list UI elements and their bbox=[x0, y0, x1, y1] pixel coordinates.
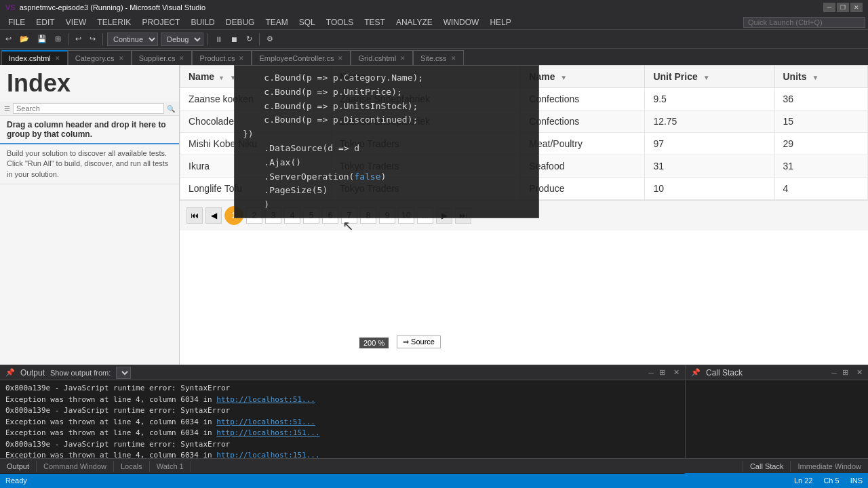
tab-product-cs[interactable]: Product.cs ✕ bbox=[192, 50, 252, 65]
tab-close-icon[interactable]: ✕ bbox=[119, 55, 124, 62]
tab-grid-cshtml[interactable]: Grid.cshtml ✕ bbox=[351, 50, 413, 65]
output-pin-btn[interactable]: ─ bbox=[648, 369, 654, 377]
toolbar-restart[interactable]: ↻ bbox=[243, 33, 255, 45]
menu-build[interactable]: BUILD bbox=[185, 16, 220, 28]
filter-icon-5[interactable]: ▼ bbox=[812, 74, 818, 81]
source-button[interactable]: ⇒ Source bbox=[397, 336, 441, 348]
output-line-1: 0x800a139e - JavaScript runtime error: S… bbox=[5, 383, 679, 394]
output-float-btn[interactable]: ⊞ bbox=[659, 368, 665, 377]
cell-category: Meat/Poultry bbox=[521, 133, 645, 155]
bottom-tab-watch1[interactable]: Watch 1 bbox=[150, 461, 191, 472]
output-panel-header: 📌 Output Show output from: ─ ⊞ ✕ bbox=[0, 365, 685, 380]
tab-supplier-cs[interactable]: Supplier.cs ✕ bbox=[132, 50, 193, 65]
toolbar-separator-4 bbox=[259, 33, 260, 45]
tab-close-icon[interactable]: ✕ bbox=[451, 55, 456, 62]
output-link-1[interactable]: http://localhost:51... bbox=[216, 395, 315, 404]
window-controls: ─ ❐ ✕ bbox=[823, 3, 863, 12]
menu-view[interactable]: VIEW bbox=[60, 16, 92, 28]
menu-edit[interactable]: EDIT bbox=[31, 16, 60, 28]
toolbar-pause[interactable]: ⏸ bbox=[212, 34, 225, 45]
menu-project[interactable]: PROJECT bbox=[136, 16, 185, 28]
callstack-pin-icon[interactable]: 📌 bbox=[691, 368, 701, 377]
menu-help[interactable]: HELP bbox=[484, 16, 516, 28]
toolbar-redo[interactable]: ↪ bbox=[87, 33, 98, 45]
toolbar: ↩ 📂 💾 ⊞ ↩ ↪ Continue Debug ⏸ ⏹ ↻ ⚙ bbox=[0, 30, 868, 49]
bottom-tab-commandwindow[interactable]: Command Window bbox=[37, 461, 114, 472]
output-pin-icon[interactable]: 📌 bbox=[5, 368, 15, 377]
search-submit-icon[interactable]: 🔍 bbox=[167, 105, 175, 113]
sort-arrow-icon: ▼ bbox=[218, 75, 224, 81]
menu-sql[interactable]: SQL bbox=[294, 16, 321, 28]
callstack-panel: 📌 Call Stack ─ ⊞ ✕ bbox=[685, 365, 868, 473]
toolbar-debug-dropdown[interactable]: Debug bbox=[161, 33, 203, 46]
pagination-prev[interactable]: ◀ bbox=[205, 207, 222, 224]
tab-label: Supplier.cs bbox=[139, 54, 176, 62]
col-header-name3[interactable]: Name ▼ bbox=[521, 66, 645, 88]
cell-unitprice: 31 bbox=[645, 155, 774, 178]
menu-telerik[interactable]: TELERIK bbox=[92, 16, 136, 28]
tab-label: Site.css bbox=[420, 54, 447, 62]
restore-button[interactable]: ❐ bbox=[837, 3, 849, 12]
toolbar-misc[interactable]: ⚙ bbox=[264, 33, 276, 45]
bottom-tab-callstack[interactable]: Call Stack bbox=[743, 461, 791, 472]
callstack-float-btn[interactable]: ⊞ bbox=[842, 368, 848, 377]
toolbar-separator-2 bbox=[102, 33, 103, 45]
menu-tools[interactable]: TOOLS bbox=[321, 16, 359, 28]
search-icon: ☰ bbox=[4, 105, 10, 113]
tab-index-cshtml[interactable]: Index.cshtml ✕ bbox=[1, 50, 68, 65]
toolbar-undo[interactable]: ↩ bbox=[73, 33, 84, 45]
output-line-3: 0x800a139e - JavaScript runtime error: S… bbox=[5, 405, 679, 417]
code-line-9: .PageSize(5) bbox=[243, 184, 530, 198]
tab-site-css[interactable]: Site.css ✕ bbox=[413, 50, 464, 65]
filter-icon-3[interactable]: ▼ bbox=[560, 74, 567, 81]
output-close-btn[interactable]: ✕ bbox=[673, 368, 679, 377]
code-line-3: c.Bound(p => p.UnitsInStock); bbox=[243, 100, 530, 114]
menu-debug[interactable]: DEBUG bbox=[220, 16, 260, 28]
cell-units: 15 bbox=[774, 110, 868, 133]
tab-close-icon[interactable]: ✕ bbox=[239, 55, 244, 62]
code-overlay: c.Bound(p => p.Category.Name); c.Bound(p… bbox=[234, 65, 539, 218]
menu-test[interactable]: TEST bbox=[359, 16, 391, 28]
close-button[interactable]: ✕ bbox=[850, 3, 863, 12]
filter-icon-4[interactable]: ▼ bbox=[703, 74, 710, 81]
output-line-5: Exception was thrown at line 4, column 6… bbox=[5, 428, 679, 439]
menu-team[interactable]: TEAM bbox=[260, 16, 293, 28]
tab-close-icon[interactable]: ✕ bbox=[338, 55, 343, 62]
col-header-units[interactable]: Units ▼ bbox=[774, 66, 868, 88]
tab-close-icon[interactable]: ✕ bbox=[400, 55, 406, 62]
cell-category: Produce bbox=[521, 178, 645, 200]
tab-close-icon[interactable]: ✕ bbox=[179, 55, 184, 62]
tab-employeecontroller-cs[interactable]: EmployeeController.cs ✕ bbox=[252, 50, 351, 65]
bottom-tab-immediatewindow[interactable]: Immediate Window bbox=[790, 461, 868, 472]
callstack-close-btn[interactable]: ✕ bbox=[856, 368, 863, 377]
bottom-tab-output[interactable]: Output bbox=[0, 461, 37, 472]
tab-bar: Index.cshtml ✕ Category.cs ✕ Supplier.cs… bbox=[0, 49, 868, 65]
search-input[interactable] bbox=[13, 103, 164, 114]
tab-category-cs[interactable]: Category.cs ✕ bbox=[68, 50, 132, 65]
callstack-pin-btn[interactable]: ─ bbox=[831, 369, 837, 377]
toolbar-saveall[interactable]: ⊞ bbox=[52, 33, 64, 45]
main-layout: Index ☰ 🔍 Drag a column header and drop … bbox=[0, 65, 868, 369]
pagination-first[interactable]: ⏮ bbox=[186, 207, 203, 224]
toolbar-open[interactable]: 📂 bbox=[17, 33, 32, 45]
toolbar-save[interactable]: 💾 bbox=[35, 33, 50, 45]
tab-label: EmployeeController.cs bbox=[259, 54, 334, 62]
toolbar-stop[interactable]: ⏹ bbox=[228, 34, 241, 45]
output-title: Output bbox=[20, 368, 45, 378]
bottom-tab-locals[interactable]: Locals bbox=[114, 461, 150, 472]
menu-window[interactable]: WINDOW bbox=[438, 16, 485, 28]
output-link-2[interactable]: http://localhost:51... bbox=[216, 418, 315, 426]
status-col: Ch 5 bbox=[823, 476, 839, 485]
quick-launch-input[interactable] bbox=[743, 17, 865, 28]
toolbar-back[interactable]: ↩ bbox=[3, 33, 14, 45]
minimize-button[interactable]: ─ bbox=[823, 3, 835, 12]
toolbar-config-dropdown[interactable]: Continue bbox=[107, 33, 158, 46]
title-bar: VS aspnetmvc-episode3 (Running) - Micros… bbox=[0, 0, 868, 15]
window-title: aspnetmvc-episode3 (Running) - Microsoft… bbox=[20, 3, 823, 12]
menu-analyze[interactable]: ANALYZE bbox=[391, 16, 438, 28]
menu-file[interactable]: FILE bbox=[3, 16, 31, 28]
output-link-3[interactable]: http://localhost:151... bbox=[216, 428, 319, 437]
tab-close-icon[interactable]: ✕ bbox=[55, 55, 60, 62]
col-header-unitprice[interactable]: Unit Price ▼ bbox=[645, 66, 774, 88]
output-source-dropdown[interactable] bbox=[116, 367, 131, 379]
